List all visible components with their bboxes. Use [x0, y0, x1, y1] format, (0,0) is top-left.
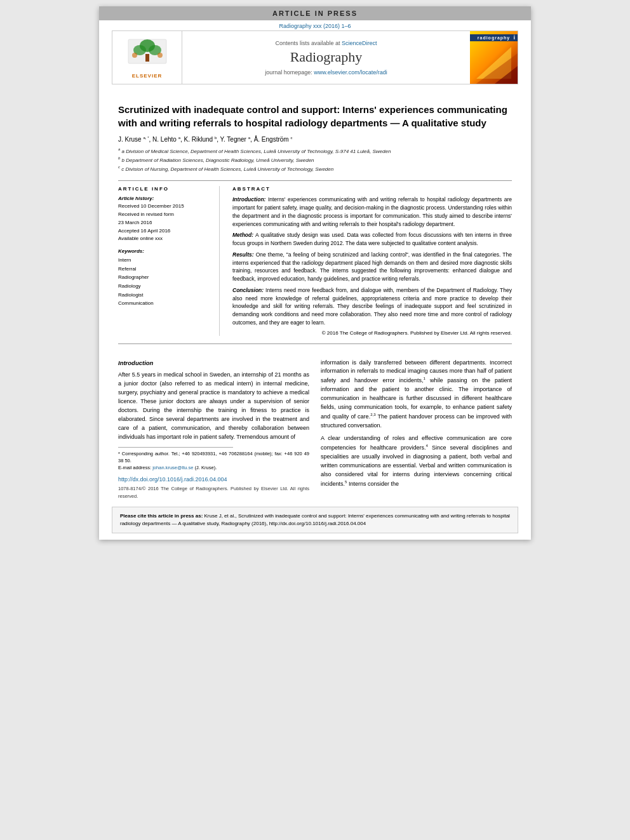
body-section: Introduction After 5.5 years in medical …	[99, 359, 531, 500]
abstract-method: Method: A qualitative study design was u…	[232, 231, 512, 248]
issn-line: 1078-8174/© 2016 The College of Radiogra…	[118, 485, 309, 500]
elsevier-logo-section: ELSEVIER	[112, 31, 182, 84]
elsevier-text: ELSEVIER	[132, 73, 163, 79]
affiliation-c: c c Division of Nursing, Department of H…	[118, 164, 512, 173]
two-col-section: ARTICLE INFO Article history: Received 1…	[118, 186, 512, 335]
affiliation-a: a a Division of Medical Science, Departm…	[118, 147, 512, 156]
svg-point-6	[158, 53, 163, 58]
elsevier-logo-svg	[122, 36, 173, 71]
footnote-corresponding: * Corresponding author. Tel.; +46 920493…	[118, 450, 309, 465]
body-left-col: Introduction After 5.5 years in medical …	[118, 359, 309, 500]
affiliations: a a Division of Medical Science, Departm…	[118, 147, 512, 173]
header-box: ELSEVIER Contents lists available at Sci…	[112, 30, 518, 84]
header-right: radiography i	[470, 31, 518, 84]
page: ARTICLE IN PRESS Radiography xxx (2016) …	[99, 6, 531, 540]
journal-homepage: journal homepage: www.elsevier.com/locat…	[265, 69, 387, 76]
aip-banner-text: ARTICLE IN PRESS	[272, 10, 358, 17]
aip-banner: ARTICLE IN PRESS	[99, 6, 531, 20]
doi-link[interactable]: http://dx.doi.org/10.1016/j.radi.2016.04…	[118, 476, 309, 484]
keywords-label: Keywords:	[118, 248, 211, 254]
article-title: Scrutinized with inadequate control and …	[118, 103, 512, 130]
abstract-intro: Introduction: Interns' experiences commu…	[232, 196, 512, 228]
journal-ref: Radiography xxx (2016) 1–6	[99, 20, 531, 30]
svg-point-5	[132, 53, 137, 58]
svg-rect-4	[145, 54, 149, 62]
keywords-list: Intern Referral Radiographer Radiology R…	[118, 256, 211, 308]
body-right-para-2: A clear understanding of roles and effec…	[321, 434, 512, 489]
introduction-title: Introduction	[118, 359, 309, 368]
body-right-para-1: information is daily transferred between…	[321, 359, 512, 431]
contents-line: Contents lists available at ScienceDirec…	[275, 40, 377, 46]
divider-1	[118, 180, 512, 181]
abstract-results: Results: One theme, "a feeling of being …	[232, 251, 512, 283]
journal-name: Radiography	[290, 49, 363, 65]
header-center: Contents lists available at ScienceDirec…	[182, 31, 470, 84]
footnote-divider	[118, 447, 233, 448]
body-two-col: Introduction After 5.5 years in medical …	[118, 359, 512, 500]
citation-box: Please cite this article in press as: Kr…	[112, 507, 518, 533]
authors-line: J. Kruse a, *, N. Lehto a, K. Riklund b,…	[118, 136, 512, 143]
article-info-col: ARTICLE INFO Article history: Received 1…	[118, 186, 220, 335]
abstract-col: ABSTRACT Introduction: Interns' experien…	[232, 186, 512, 335]
affiliation-b: b b Department of Radiation Sciences, Di…	[118, 156, 512, 164]
header-right-graphic	[470, 41, 518, 84]
footnote-email: E-mail address: johan.kruse@ltu.se (J. K…	[118, 464, 309, 471]
received-date: Received 10 December 2015 Received in re…	[118, 203, 211, 243]
article-content: Scrutinized with inadequate control and …	[99, 84, 531, 359]
abstract-heading: ABSTRACT	[232, 186, 512, 192]
divider-2	[118, 343, 512, 344]
copyright: © 2016 The College of Radiographers. Pub…	[232, 330, 512, 336]
history-label: Article history:	[118, 196, 211, 201]
body-para-1: After 5.5 years in medical school in Swe…	[118, 371, 309, 442]
abstract-conclusion: Conclusion: Interns need more feedback f…	[232, 286, 512, 327]
homepage-link[interactable]: www.elsevier.com/locate/radi	[314, 69, 387, 76]
body-right-col: information is daily transferred between…	[321, 359, 512, 500]
sciencedirect-link[interactable]: ScienceDirect	[342, 40, 377, 46]
email-link[interactable]: johan.kruse@ltu.se	[152, 465, 193, 470]
article-info-heading: ARTICLE INFO	[118, 186, 211, 192]
